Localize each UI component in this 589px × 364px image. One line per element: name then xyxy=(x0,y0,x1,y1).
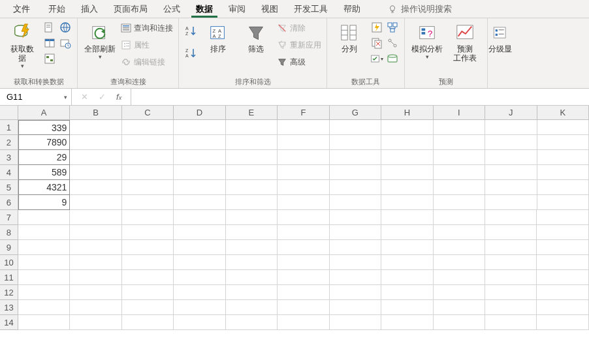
cell[interactable] xyxy=(70,150,121,165)
cell[interactable] xyxy=(330,150,381,165)
cell[interactable] xyxy=(381,270,433,285)
cell[interactable] xyxy=(18,270,70,285)
cell[interactable] xyxy=(174,300,225,315)
cell[interactable] xyxy=(174,255,225,270)
cell[interactable] xyxy=(174,135,225,150)
cell[interactable] xyxy=(537,255,588,270)
cell[interactable] xyxy=(122,150,174,165)
cell[interactable] xyxy=(278,255,329,270)
cell[interactable] xyxy=(122,240,174,255)
cell[interactable] xyxy=(278,135,329,150)
cell[interactable] xyxy=(434,180,485,195)
cell[interactable] xyxy=(70,315,121,330)
from-text-icon[interactable] xyxy=(43,21,56,34)
row-header[interactable]: 4 xyxy=(0,165,18,180)
cell[interactable] xyxy=(122,315,174,330)
chevron-down-icon[interactable]: ▾ xyxy=(64,94,67,100)
cell[interactable] xyxy=(381,210,433,225)
tell-me-search[interactable]: 操作说明搜索 xyxy=(388,3,452,15)
cell[interactable] xyxy=(18,255,70,270)
cell[interactable]: 9 xyxy=(18,195,70,210)
column-header[interactable]: B xyxy=(70,106,121,119)
cell[interactable] xyxy=(485,135,537,150)
sort-button[interactable]: ZAAZ 排序 xyxy=(201,21,235,53)
cell[interactable] xyxy=(122,300,174,315)
forecast-sheet-button[interactable]: 预测 工作表 xyxy=(448,21,482,63)
row-header[interactable]: 1 xyxy=(0,120,18,135)
cell[interactable] xyxy=(434,255,485,270)
column-header[interactable]: J xyxy=(485,106,537,119)
cell[interactable] xyxy=(537,165,589,180)
row-header[interactable]: 9 xyxy=(0,240,18,255)
cell[interactable] xyxy=(70,135,121,150)
cell[interactable] xyxy=(381,195,433,210)
cell[interactable] xyxy=(226,225,278,240)
cell[interactable] xyxy=(537,300,588,315)
relationships-icon[interactable] xyxy=(386,37,399,50)
tab-file[interactable]: 文件 xyxy=(3,0,40,18)
cell[interactable] xyxy=(330,135,381,150)
cell[interactable] xyxy=(381,240,433,255)
cell[interactable] xyxy=(226,300,278,315)
tab-home[interactable]: 开始 xyxy=(40,0,73,18)
row-header[interactable]: 12 xyxy=(0,285,18,300)
cell[interactable] xyxy=(537,225,588,240)
column-header[interactable]: K xyxy=(537,106,589,119)
sort-asc-button[interactable]: AZ xyxy=(184,25,197,38)
cell[interactable] xyxy=(18,240,70,255)
cell[interactable] xyxy=(226,270,278,285)
cell[interactable] xyxy=(434,120,485,135)
cell[interactable] xyxy=(122,255,174,270)
cell[interactable]: 4321 xyxy=(18,180,70,195)
filter-button[interactable]: 筛选 xyxy=(239,21,273,53)
cell[interactable] xyxy=(537,210,588,225)
cell[interactable] xyxy=(122,120,174,135)
cell[interactable] xyxy=(278,240,329,255)
cell[interactable] xyxy=(226,240,278,255)
cell[interactable] xyxy=(381,135,433,150)
cell[interactable] xyxy=(381,315,433,330)
column-header[interactable]: F xyxy=(278,106,329,119)
cell[interactable] xyxy=(485,165,537,180)
cell[interactable] xyxy=(18,225,70,240)
cell[interactable] xyxy=(434,285,485,300)
cell[interactable] xyxy=(381,285,433,300)
clear-filter-button[interactable]: 清除 xyxy=(277,21,321,35)
formula-input[interactable] xyxy=(131,89,589,105)
cell[interactable] xyxy=(174,180,225,195)
cell[interactable] xyxy=(122,195,174,210)
cell[interactable] xyxy=(330,270,381,285)
cell[interactable] xyxy=(330,180,381,195)
tab-review[interactable]: 审阅 xyxy=(221,0,253,18)
cell[interactable] xyxy=(70,285,121,300)
cell[interactable] xyxy=(485,180,537,195)
cell[interactable] xyxy=(226,120,278,135)
text-to-columns-button[interactable]: 分列 xyxy=(332,21,366,53)
tab-page-layout[interactable]: 页面布局 xyxy=(106,0,155,18)
row-header[interactable]: 10 xyxy=(0,255,18,270)
data-validation-icon[interactable]: ▾ xyxy=(370,52,383,65)
cell[interactable] xyxy=(485,315,537,330)
cell[interactable] xyxy=(434,315,485,330)
column-header[interactable]: C xyxy=(122,106,174,119)
row-header[interactable]: 6 xyxy=(0,195,18,210)
cell[interactable] xyxy=(70,165,121,180)
cell[interactable] xyxy=(537,135,589,150)
cell[interactable]: 29 xyxy=(18,150,70,165)
cell[interactable] xyxy=(278,195,329,210)
cell[interactable] xyxy=(226,195,278,210)
cell[interactable] xyxy=(122,225,174,240)
cell[interactable] xyxy=(70,225,121,240)
cell[interactable] xyxy=(330,165,381,180)
cell[interactable] xyxy=(278,210,329,225)
name-box[interactable]: ▾ xyxy=(0,89,72,105)
column-header[interactable]: E xyxy=(226,106,278,119)
cell[interactable] xyxy=(226,180,278,195)
cell[interactable] xyxy=(70,240,121,255)
flash-fill-icon[interactable] xyxy=(370,21,383,34)
cell[interactable] xyxy=(434,135,485,150)
cell[interactable] xyxy=(278,165,329,180)
cell[interactable] xyxy=(537,150,589,165)
cell[interactable] xyxy=(18,210,70,225)
cell[interactable] xyxy=(278,270,329,285)
